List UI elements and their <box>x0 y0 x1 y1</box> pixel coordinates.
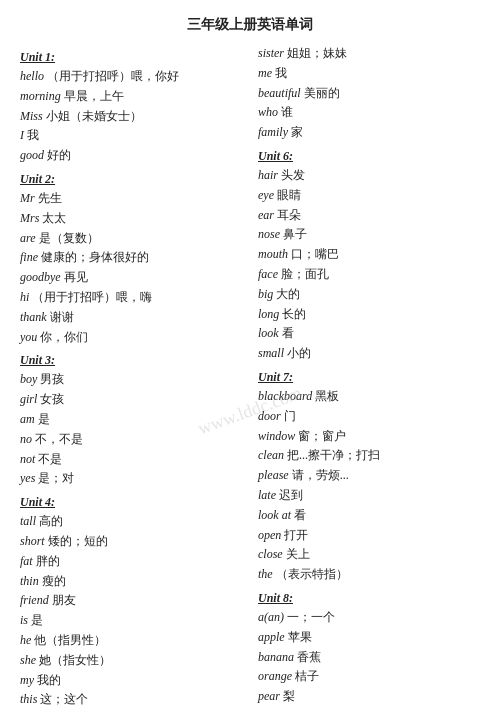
word-entry: who 谁 <box>258 103 480 123</box>
unit-title: Unit 2: <box>20 172 242 187</box>
word-en: the <box>258 567 273 581</box>
word-entry: banana 香蕉 <box>258 648 480 668</box>
word-entry: goodbye 再见 <box>20 268 242 288</box>
word-zh: 头发 <box>278 168 305 182</box>
word-en: window <box>258 429 295 443</box>
word-zh: 太太 <box>39 211 66 225</box>
word-en: a(an) <box>258 610 284 624</box>
page-title: 三年级上册英语单词 <box>20 16 480 34</box>
word-entry: hair 头发 <box>258 166 480 186</box>
word-en: thank <box>20 310 47 324</box>
word-en: look at <box>258 508 291 522</box>
word-en: short <box>20 534 45 548</box>
word-entry: girl 女孩 <box>20 390 242 410</box>
word-en: Miss <box>20 109 43 123</box>
word-en: small <box>258 346 284 360</box>
word-zh: 耳朵 <box>274 208 301 222</box>
word-entry: she 她（指女性） <box>20 651 242 671</box>
word-entry: I 我 <box>20 126 242 146</box>
word-zh: 瘦的 <box>39 574 66 588</box>
word-zh: 看 <box>291 508 306 522</box>
word-en: no <box>20 432 32 446</box>
word-zh: 打开 <box>281 528 308 542</box>
word-en: hi <box>20 290 29 304</box>
word-zh: 我 <box>24 128 39 142</box>
word-zh: 眼睛 <box>274 188 301 202</box>
word-entry: big 大的 <box>258 285 480 305</box>
word-zh: （用于打招呼）喂，嗨 <box>29 290 152 304</box>
word-zh: 迟到 <box>276 488 303 502</box>
word-entry: this 这；这个 <box>20 690 242 708</box>
word-entry: beautiful 美丽的 <box>258 84 480 104</box>
word-entry: a(an) 一；一个 <box>258 608 480 628</box>
word-entry: sister 姐姐；妹妹 <box>258 44 480 64</box>
word-entry: clean 把...擦干净；打扫 <box>258 446 480 466</box>
word-entry: no 不，不是 <box>20 430 242 450</box>
word-zh: 他（指男性） <box>31 633 106 647</box>
word-en: please <box>258 468 289 482</box>
word-en: am <box>20 412 35 426</box>
word-entry: my 我的 <box>20 671 242 691</box>
word-zh: 一；一个 <box>284 610 335 624</box>
word-zh: 健康的；身体很好的 <box>38 250 149 264</box>
word-entry: please 请，劳烦... <box>258 466 480 486</box>
word-entry: me 我 <box>258 64 480 84</box>
word-entry: family 家 <box>258 123 480 143</box>
word-en: goodbye <box>20 270 61 284</box>
word-entry: yes 是；对 <box>20 469 242 489</box>
word-entry: close 关上 <box>258 545 480 565</box>
word-en: open <box>258 528 281 542</box>
word-zh: 谢谢 <box>47 310 74 324</box>
word-en: long <box>258 307 279 321</box>
word-entry: short 矮的；短的 <box>20 532 242 552</box>
word-zh: 是 <box>35 412 50 426</box>
word-zh: 家 <box>288 125 303 139</box>
word-entry: look at 看 <box>258 506 480 526</box>
word-zh: 男孩 <box>37 372 64 386</box>
word-zh: 是（复数） <box>36 231 99 245</box>
word-en: not <box>20 452 35 466</box>
word-en: look <box>258 326 279 340</box>
word-entry: fine 健康的；身体很好的 <box>20 248 242 268</box>
word-zh: 长的 <box>279 307 306 321</box>
word-zh: 梨 <box>280 689 295 703</box>
word-en: fine <box>20 250 38 264</box>
unit-title: Unit 7: <box>258 370 480 385</box>
word-entry: open 打开 <box>258 526 480 546</box>
word-zh: 鼻子 <box>280 227 307 241</box>
word-zh: 脸；面孔 <box>278 267 329 281</box>
word-en: clean <box>258 448 284 462</box>
word-entry: are 是（复数） <box>20 229 242 249</box>
word-en: thin <box>20 574 39 588</box>
word-zh: 再见 <box>61 270 88 284</box>
word-zh: 是；对 <box>35 471 74 485</box>
word-zh: 你，你们 <box>37 330 88 344</box>
word-entry: Miss 小姐（未婚女士） <box>20 107 242 127</box>
unit-title: Unit 8: <box>258 591 480 606</box>
word-entry: mouth 口；嘴巴 <box>258 245 480 265</box>
word-en: boy <box>20 372 37 386</box>
word-zh: 这；这个 <box>37 692 88 706</box>
word-entry: you 你，你们 <box>20 328 242 348</box>
unit-title: Unit 3: <box>20 353 242 368</box>
word-entry: is 是 <box>20 611 242 631</box>
word-zh: 女孩 <box>37 392 64 406</box>
word-zh: 我的 <box>34 673 61 687</box>
word-zh: 关上 <box>283 547 310 561</box>
word-en: mouth <box>258 247 288 261</box>
word-zh: 好的 <box>44 148 71 162</box>
word-entry: blackboard 黑板 <box>258 387 480 407</box>
word-zh: 门 <box>281 409 296 423</box>
word-zh: 不，不是 <box>32 432 83 446</box>
word-entry: thank 谢谢 <box>20 308 242 328</box>
word-entry: morning 早晨，上午 <box>20 87 242 107</box>
unit-title: Unit 4: <box>20 495 242 510</box>
word-zh: 口；嘴巴 <box>288 247 339 261</box>
word-en: Mr <box>20 191 35 205</box>
unit-title: Unit 1: <box>20 50 242 65</box>
word-entry: the （表示特指） <box>258 565 480 585</box>
word-en: tall <box>20 514 36 528</box>
word-zh: 是 <box>28 613 43 627</box>
word-entry: hi （用于打招呼）喂，嗨 <box>20 288 242 308</box>
left-column: Unit 1:hello （用于打招呼）喂，你好morning 早晨，上午Mis… <box>20 44 252 708</box>
